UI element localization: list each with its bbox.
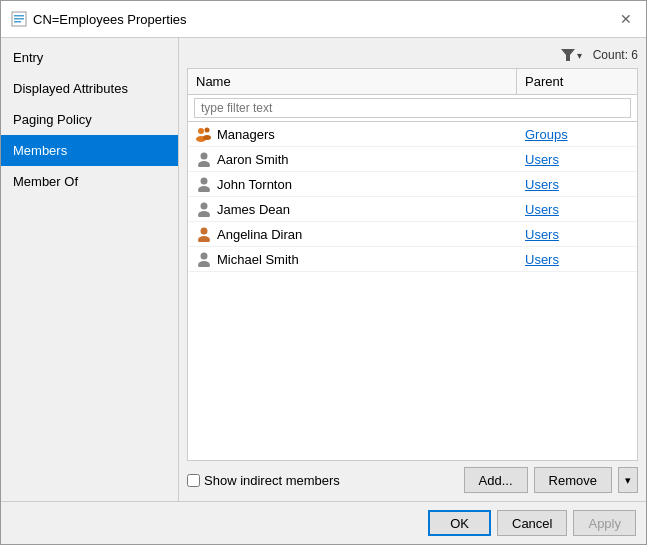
dropdown-arrow-icon: ▾	[625, 474, 631, 486]
svg-rect-2	[14, 18, 24, 20]
filter-input[interactable]	[194, 98, 631, 118]
svg-rect-1	[14, 15, 24, 17]
dialog-icon	[11, 11, 27, 27]
svg-point-12	[198, 186, 210, 192]
remove-button[interactable]: Remove	[534, 467, 612, 493]
svg-point-17	[201, 253, 208, 260]
svg-point-5	[198, 128, 204, 134]
parent-link[interactable]: Users	[525, 202, 559, 217]
svg-point-15	[201, 228, 208, 235]
parent-link[interactable]: Users	[525, 152, 559, 167]
show-indirect-members-checkbox[interactable]	[187, 474, 200, 487]
user-icon	[196, 251, 212, 267]
svg-point-16	[198, 236, 210, 242]
svg-point-9	[201, 153, 208, 160]
dialog-footer: OK Cancel Apply	[1, 501, 646, 544]
cell-name: John Tornton	[188, 172, 517, 196]
svg-point-10	[198, 161, 210, 167]
cell-name: Aaron Smith	[188, 147, 517, 171]
dropdown-button[interactable]: ▾	[618, 467, 638, 493]
table-body: Managers Groups Aaron S	[188, 122, 637, 460]
main-content: ▾ Count: 6 Name Parent	[179, 38, 646, 501]
user-icon	[196, 226, 212, 242]
cancel-button[interactable]: Cancel	[497, 510, 567, 536]
user-icon	[196, 176, 212, 192]
user-icon	[196, 151, 212, 167]
close-button[interactable]: ✕	[616, 9, 636, 29]
dialog-window: CN=Employees Properties ✕ Entry Displaye…	[0, 0, 647, 545]
sidebar-item-members[interactable]: Members	[1, 135, 178, 166]
table-row[interactable]: Aaron Smith Users	[188, 147, 637, 172]
members-table: Name Parent	[187, 68, 638, 461]
table-row[interactable]: Managers Groups	[188, 122, 637, 147]
parent-link[interactable]: Groups	[525, 127, 568, 142]
dialog-body: Entry Displayed Attributes Paging Policy…	[1, 38, 646, 501]
cell-name: Angelina Diran	[188, 222, 517, 246]
col-header-parent: Parent	[517, 69, 637, 94]
ok-button[interactable]: OK	[428, 510, 491, 536]
svg-point-11	[201, 178, 208, 185]
table-row[interactable]: John Tornton Users	[188, 172, 637, 197]
col-header-name: Name	[188, 69, 517, 94]
apply-button[interactable]: Apply	[573, 510, 636, 536]
show-indirect-members-label[interactable]: Show indirect members	[187, 473, 340, 488]
sidebar: Entry Displayed Attributes Paging Policy…	[1, 38, 179, 501]
count-label: Count: 6	[593, 48, 638, 62]
filter-dropdown-arrow: ▾	[577, 50, 582, 61]
svg-point-18	[198, 261, 210, 267]
title-bar: CN=Employees Properties ✕	[1, 1, 646, 38]
group-icon	[196, 126, 212, 142]
sidebar-item-displayed-attributes[interactable]: Displayed Attributes	[1, 73, 178, 104]
cell-name: Managers	[188, 122, 517, 146]
svg-point-8	[203, 135, 211, 140]
svg-point-14	[198, 211, 210, 217]
svg-point-13	[201, 203, 208, 210]
cell-parent: Groups	[517, 122, 637, 146]
svg-marker-4	[561, 49, 575, 61]
table-row[interactable]: Michael Smith Users	[188, 247, 637, 272]
parent-link[interactable]: Users	[525, 227, 559, 242]
dialog-title: CN=Employees Properties	[33, 12, 187, 27]
cell-parent: Users	[517, 197, 637, 221]
parent-link[interactable]: Users	[525, 177, 559, 192]
cell-parent: Users	[517, 247, 637, 271]
table-row[interactable]: Angelina Diran Users	[188, 222, 637, 247]
add-button[interactable]: Add...	[464, 467, 528, 493]
cell-parent: Users	[517, 147, 637, 171]
svg-rect-3	[14, 21, 21, 23]
cell-parent: Users	[517, 172, 637, 196]
cell-name: James Dean	[188, 197, 517, 221]
table-row[interactable]: James Dean Users	[188, 197, 637, 222]
sidebar-item-member-of[interactable]: Member Of	[1, 166, 178, 197]
sidebar-item-paging-policy[interactable]: Paging Policy	[1, 104, 178, 135]
cell-parent: Users	[517, 222, 637, 246]
user-icon	[196, 201, 212, 217]
sidebar-item-entry[interactable]: Entry	[1, 42, 178, 73]
cell-name: Michael Smith	[188, 247, 517, 271]
bottom-controls: Show indirect members Add... Remove ▾	[187, 467, 638, 493]
filter-row	[188, 95, 637, 122]
filter-button[interactable]: ▾	[556, 46, 587, 64]
parent-link[interactable]: Users	[525, 252, 559, 267]
filter-icon	[561, 49, 575, 61]
table-header: Name Parent	[188, 69, 637, 95]
toolbar-row: ▾ Count: 6	[187, 46, 638, 64]
svg-point-7	[205, 128, 210, 133]
